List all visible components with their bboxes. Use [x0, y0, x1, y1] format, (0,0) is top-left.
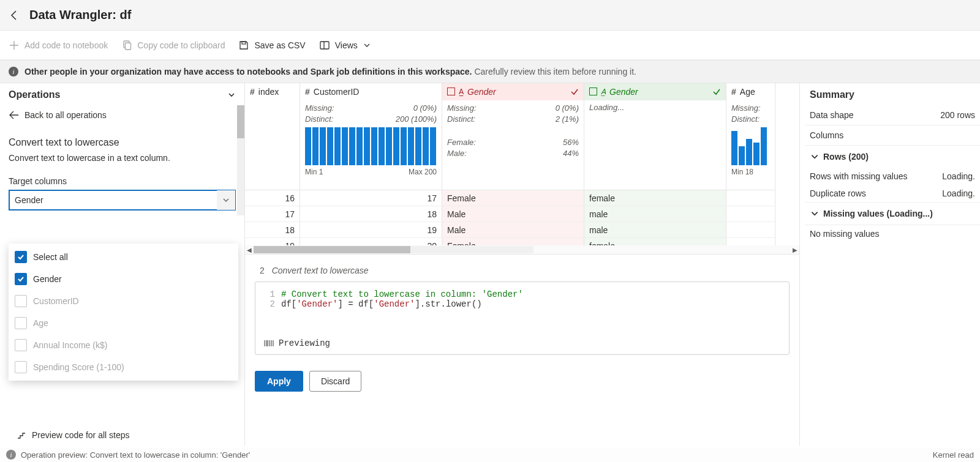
rows-section-label: Rows (200) — [823, 152, 869, 162]
chevron-down-icon[interactable] — [227, 91, 236, 99]
add-code-button[interactable]: Add code to notebook — [9, 40, 108, 51]
cell[interactable]: 17 — [245, 206, 300, 222]
dropdown-label: Gender — [33, 274, 62, 284]
cell[interactable]: Male — [442, 206, 584, 222]
loading-text: Loading... — [589, 103, 624, 112]
column-header-customerid[interactable]: # CustomerID — [300, 83, 442, 100]
rows-section-toggle[interactable]: Rows (200) — [805, 145, 980, 168]
cell[interactable]: Female — [442, 190, 584, 206]
missing-section-label: Missing values (Loading...) — [823, 209, 933, 218]
target-columns-input[interactable] — [9, 190, 236, 211]
column-header-index[interactable]: # index — [245, 83, 300, 100]
missing-section-toggle[interactable]: Missing values (Loading...) — [805, 202, 980, 225]
copy-code-button[interactable]: Copy code to clipboard — [121, 40, 225, 51]
code-text: ].str.lower() — [415, 299, 481, 309]
save-icon — [238, 40, 249, 51]
column-header-age[interactable]: # Age — [726, 83, 775, 100]
views-button[interactable]: Views — [319, 40, 371, 51]
code-string: 'Gender' — [296, 299, 337, 309]
missing-rows-label: Rows with missing values — [810, 171, 908, 181]
text-type-icon: A̲ — [459, 88, 464, 96]
back-to-operations-button[interactable]: Back to all operations — [9, 104, 236, 126]
save-csv-button[interactable]: Save as CSV — [238, 40, 305, 51]
code-preview-box[interactable]: 1# Convert text to lowercase in column: … — [255, 281, 790, 355]
preview-code-button[interactable]: Preview code for all steps — [17, 430, 130, 440]
banner-light: Carefully review this item before runnin… — [474, 67, 636, 76]
scroll-left-icon[interactable]: ◀ — [245, 245, 254, 254]
discard-button[interactable]: Discard — [309, 371, 361, 392]
column-header-gender-old[interactable]: A̲ Gender — [442, 83, 584, 100]
check-icon — [712, 88, 721, 96]
cell[interactable]: 16 — [245, 190, 300, 206]
cell[interactable] — [726, 190, 775, 206]
missing-rows-val: Loading. — [942, 171, 975, 181]
stat-min: Min 18 — [731, 168, 753, 176]
stat-min: Min 1 — [305, 168, 323, 176]
cell[interactable]: 17 — [300, 190, 442, 206]
column-header-gender-new[interactable]: A̲ Gender — [584, 83, 726, 100]
dropdown-item-annual-income: Annual Income (k$) — [9, 334, 238, 356]
column-name: Gender — [609, 87, 638, 97]
chevron-down-icon — [810, 209, 820, 218]
dropdown-item-select-all[interactable]: Select all — [9, 246, 238, 268]
cell[interactable]: male — [584, 206, 726, 222]
cell[interactable]: male — [584, 222, 726, 238]
target-columns-dropdown: Select all Gender CustomerID Age Annual … — [9, 244, 238, 381]
copy-code-label: Copy code to clipboard — [137, 40, 225, 50]
cell[interactable]: Male — [442, 222, 584, 238]
info-icon: i — [9, 67, 18, 76]
stat-value: 200 (100%) — [396, 114, 437, 125]
dropdown-label: Spending Score (1-100) — [33, 362, 124, 372]
column-name: Age — [740, 87, 755, 97]
data-grid: # index 16 17 18 19 # CustomerID Missing… — [245, 83, 799, 255]
dropdown-label: Age — [33, 318, 48, 328]
page-title: Data Wrangler: df — [29, 8, 131, 22]
checkbox-empty-icon — [15, 339, 27, 351]
column-name: Gender — [467, 87, 496, 97]
stat-label: Distinct: — [731, 114, 760, 125]
cell[interactable]: female — [584, 190, 726, 206]
cell[interactable]: 18 — [245, 222, 300, 238]
cell[interactable] — [726, 206, 775, 222]
copy-icon — [121, 40, 132, 51]
operations-panel: Operations Back to all operations Conver… — [0, 83, 245, 446]
code-text: ] = df[ — [337, 299, 374, 309]
cell[interactable]: 18 — [300, 206, 442, 222]
header-bar: Data Wrangler: df — [0, 0, 980, 31]
stat-value: 44% — [563, 148, 579, 159]
svg-rect-3 — [320, 42, 329, 49]
chevron-down-icon — [810, 152, 820, 162]
dropdown-item-gender[interactable]: Gender — [9, 268, 238, 290]
horizontal-scrollbar[interactable]: ◀ ▶ — [245, 245, 799, 254]
cell[interactable]: 19 — [300, 222, 442, 238]
dup-rows-label: Duplicate rows — [810, 188, 866, 198]
operations-title: Operations — [9, 89, 60, 100]
panel-icon — [319, 40, 330, 51]
dropdown-label: Annual Income (k$) — [33, 340, 107, 350]
dropdown-item-spending-score: Spending Score (1-100) — [9, 356, 238, 378]
stat-label: Missing: — [305, 103, 334, 114]
steps-icon — [17, 431, 27, 439]
columns-label: Columns — [810, 130, 843, 140]
shape-label: Data shape — [810, 110, 854, 120]
dropdown-toggle-button[interactable] — [217, 190, 235, 210]
operation-name: Convert text to lowercase — [9, 137, 236, 148]
histogram-customerid — [305, 127, 437, 165]
plus-icon — [9, 40, 20, 51]
check-icon — [570, 88, 579, 96]
target-columns-label: Target columns — [9, 176, 236, 186]
stat-value: 0 (0%) — [556, 103, 579, 114]
apply-button[interactable]: Apply — [255, 371, 303, 392]
stat-value: 56% — [563, 137, 579, 148]
stat-label: Distinct: — [447, 114, 475, 125]
scroll-right-icon[interactable]: ▶ — [791, 245, 799, 254]
operation-desc: Convert text to lowercase in a text colu… — [9, 153, 236, 163]
number-type-icon: # — [731, 87, 736, 97]
number-type-icon: # — [250, 87, 255, 97]
step-number: 2 — [260, 266, 265, 275]
cell[interactable] — [726, 222, 775, 238]
back-arrow-icon — [9, 111, 20, 119]
stat-label: Missing: — [731, 103, 761, 114]
back-arrow-icon[interactable] — [9, 9, 21, 21]
svg-rect-1 — [126, 43, 131, 50]
